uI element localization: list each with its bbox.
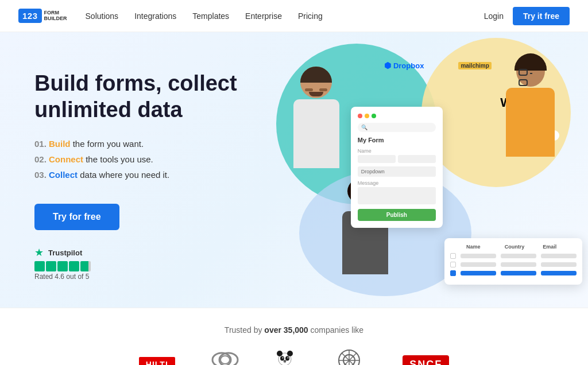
hilti-brand: HILTI <box>139 357 175 365</box>
trustpilot-star-icon: ★ <box>34 246 44 259</box>
form-name-label: Name <box>358 148 436 154</box>
step-keyword-3: Collect <box>49 170 78 180</box>
form-first-input <box>358 155 396 163</box>
trustpilot-stars <box>34 261 265 271</box>
table-col-name: Name <box>466 244 500 250</box>
wwf-logo: WWF <box>273 348 296 365</box>
table-checkbox-2 <box>450 262 456 267</box>
svg-point-9 <box>287 358 288 359</box>
toyota-rings-icon <box>211 351 237 365</box>
hero-cta-button[interactable]: Try for free <box>34 204 119 230</box>
step-num-3: 03. <box>34 170 47 180</box>
form-name-row <box>358 155 436 163</box>
trusted-section: Trusted by over 35,000 companies like HI… <box>0 308 588 365</box>
nav-enterprise[interactable]: Enterprise <box>245 11 282 21</box>
logo-brand-text: FORMBUILDER <box>44 10 67 22</box>
form-publish-btn[interactable]: Publish <box>358 209 436 221</box>
trusted-count: over 35,000 <box>264 325 308 335</box>
mailchimp-logo: mailchimp <box>458 61 491 70</box>
star-4 <box>69 261 79 271</box>
trustpilot-label: Trustpilot <box>48 248 82 257</box>
svg-point-2 <box>220 356 230 364</box>
thyssenkrupp-logo: thyssenkrupp <box>331 349 369 366</box>
thyssenkrupp-icon <box>336 349 362 366</box>
table-row-2 <box>450 262 577 267</box>
hero-step-3: 03. Collect data where you need it. <box>34 170 265 180</box>
trusted-text: Trusted by over 35,000 companies like <box>23 325 565 335</box>
table-bar-3c <box>541 271 577 275</box>
table-bar-2b <box>501 262 536 267</box>
hero-title: Build forms, collect unlimited data <box>34 71 265 123</box>
table-bar-3a <box>461 271 496 275</box>
star-2 <box>46 261 56 271</box>
step-text-2: the tools you use. <box>86 154 153 164</box>
logo[interactable]: 123 FORMBUILDER <box>18 9 67 23</box>
step-text-1: the form you want. <box>73 139 144 149</box>
svg-point-6 <box>280 356 284 361</box>
star-5 <box>80 261 91 271</box>
table-row-3 <box>450 270 577 276</box>
try-free-button[interactable]: Try it free <box>513 7 570 25</box>
form-textarea <box>358 187 436 204</box>
star-1 <box>34 261 45 271</box>
navbar: 123 FORMBUILDER Solutions Integrations T… <box>0 0 588 32</box>
hero-step-1: 01. Build the form you want. <box>34 139 265 149</box>
form-message-label: Message <box>358 180 436 186</box>
nav-integrations[interactable]: Integrations <box>134 11 176 21</box>
step-keyword-1: Build <box>49 139 71 149</box>
svg-point-4 <box>277 351 283 356</box>
table-header: Name Country Email <box>450 244 577 250</box>
table-checkbox-3 <box>450 270 456 276</box>
hero-steps: 01. Build the form you want. 02. Connect… <box>34 139 265 185</box>
svg-point-8 <box>282 358 283 359</box>
table-bar-1c <box>541 254 577 258</box>
step-num-2: 02. <box>34 154 47 164</box>
person-female-1 <box>490 55 571 199</box>
table-bar-3b <box>501 271 536 275</box>
svg-point-7 <box>285 356 289 361</box>
hero-right: ⬢ Dropbox mailchimp WiX.com salesforce <box>265 32 588 308</box>
table-col-country: Country <box>505 244 539 250</box>
trustpilot-row: ★ Trustpilot <box>34 246 265 259</box>
toyota-logo: TOYOTA <box>210 351 239 365</box>
trustpilot-rating: Rated 4.6 out of 5 <box>34 273 265 281</box>
company-logos: HILTI TOYOTA <box>23 348 565 365</box>
nav-solutions[interactable]: Solutions <box>86 11 119 21</box>
sncf-logo: SNCF <box>403 355 449 366</box>
hero-section: Build forms, collect unlimited data 01. … <box>0 32 588 308</box>
logo-number: 123 <box>18 9 42 23</box>
table-col-email: Email <box>543 244 577 250</box>
table-bar-1b <box>501 254 536 258</box>
table-bar-1a <box>461 254 496 258</box>
table-header-check <box>450 244 462 250</box>
login-button[interactable]: Login <box>484 11 504 21</box>
nav-pricing[interactable]: Pricing <box>298 11 323 21</box>
sncf-brand: SNCF <box>403 355 449 366</box>
form-last-input <box>398 155 436 163</box>
trustpilot: ★ Trustpilot Rated 4.6 out of 5 <box>34 246 265 281</box>
dropbox-logo: ⬢ Dropbox <box>384 61 424 70</box>
svg-point-10 <box>283 360 286 362</box>
hero-step-2: 02. Connect the tools you use. <box>34 154 265 164</box>
table-checkbox-1 <box>450 253 456 259</box>
step-text-3: data where you need it. <box>80 170 169 180</box>
panda-icon <box>273 348 296 365</box>
table-row-1 <box>450 253 577 259</box>
table-bar-2a <box>461 262 496 267</box>
step-keyword-2: Connect <box>49 154 83 164</box>
nav-templates[interactable]: Templates <box>192 11 229 21</box>
nav-links: Solutions Integrations Templates Enterpr… <box>86 11 484 21</box>
nav-actions: Login Try it free <box>484 7 570 25</box>
form-dropdown: Dropdown <box>358 166 436 177</box>
table-mockup: Name Country Email <box>444 238 582 285</box>
form-mockup: 🔍 My Form Name Dropdown Message Publish <box>351 107 443 228</box>
form-title: My Form <box>358 137 436 143</box>
table-bar-2c <box>541 262 577 267</box>
svg-point-5 <box>287 351 293 356</box>
step-num-1: 01. <box>34 139 47 149</box>
star-3 <box>57 261 68 271</box>
hilti-logo: HILTI <box>139 357 175 365</box>
hero-left: Build forms, collect unlimited data 01. … <box>0 32 265 308</box>
